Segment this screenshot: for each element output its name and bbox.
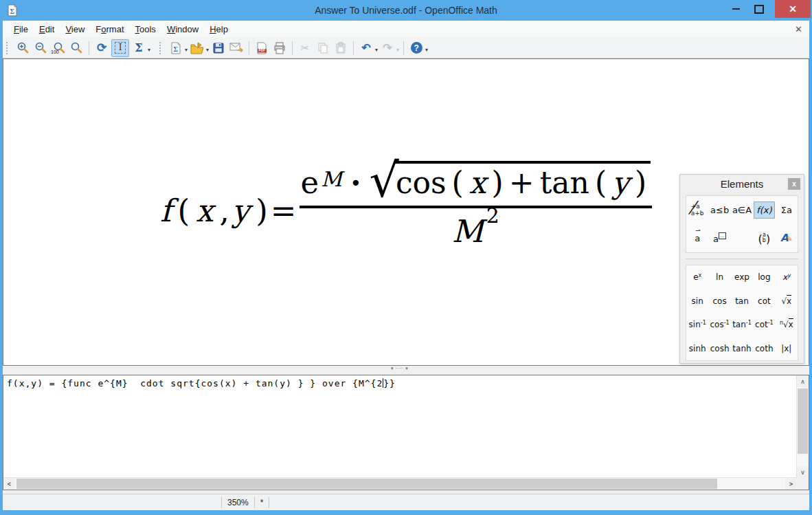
menu-item-tools[interactable]: Tools <box>130 21 161 38</box>
command-text-before-caret: f(x,y) = {func e^{M} cdot sqrt{cos(x) + … <box>7 378 383 388</box>
category-others[interactable]: a… <box>713 233 726 243</box>
category-attributes[interactable]: ⇀ a <box>695 234 700 243</box>
menu-item-edit[interactable]: Edit <box>34 21 60 38</box>
formula-view[interactable]: f(x,y)= eM · √ cos(x)+tan(y) M2 Elements… <box>3 58 809 366</box>
print-button[interactable] <box>271 40 288 56</box>
zoom-out-icon <box>34 41 47 54</box>
function-arccos[interactable]: cos-1 <box>710 320 730 329</box>
zoom-button[interactable] <box>68 40 84 56</box>
formula-cursor-button[interactable]: I <box>111 39 129 57</box>
zoom-100-button[interactable]: 100 <box>50 40 67 56</box>
new-document-icon: Σ <box>170 42 182 54</box>
toolbar-overflow-button[interactable]: ▾ <box>425 47 428 53</box>
category-unary-binary-operators[interactable]: ╱ +a a+b <box>691 204 704 217</box>
minimize-icon <box>732 8 740 10</box>
status-separator <box>269 497 269 508</box>
update-view-button[interactable]: ⟳ <box>93 40 110 56</box>
maximize-button[interactable] <box>749 0 769 18</box>
scroll-down-button[interactable]: ∨ <box>797 466 809 478</box>
function-sqrt[interactable]: √x <box>781 296 791 306</box>
function-abs[interactable]: |x| <box>781 344 791 353</box>
toolbar-separator <box>403 41 404 55</box>
new-document-dropdown[interactable]: ▾ <box>185 47 188 53</box>
elements-close-button[interactable]: x <box>788 178 800 190</box>
category-formats[interactable]: A✎ <box>780 233 793 243</box>
export-pdf-button[interactable]: PDF <box>253 40 270 56</box>
speech-bubble-icon: … <box>719 232 726 239</box>
splitter-handle[interactable]: ▾ ····· ▾ <box>391 366 408 371</box>
close-button[interactable]: ✕ <box>775 0 811 18</box>
category-operators[interactable]: Σa <box>781 206 792 215</box>
minimize-button[interactable] <box>725 0 746 18</box>
function-sinh[interactable]: sinh <box>689 344 706 353</box>
sigma-icon: Σ <box>135 41 142 54</box>
function-tanh[interactable]: tanh <box>732 344 751 353</box>
function-coth[interactable]: coth <box>755 344 773 353</box>
horizontal-scrollbar-thumb[interactable] <box>16 479 717 489</box>
help-button[interactable]: ? <box>408 40 425 56</box>
function-arcsin[interactable]: sin-1 <box>689 320 706 329</box>
function-nroot[interactable]: n√x <box>780 320 793 329</box>
function-e-x[interactable]: ex <box>693 272 701 282</box>
toolbar-grip[interactable] <box>6 42 10 54</box>
paste-button <box>332 40 349 56</box>
undo-dropdown[interactable]: ▾ <box>375 47 378 53</box>
scrollbar-corner <box>797 478 809 490</box>
new-document-button[interactable]: Σ <box>168 40 184 56</box>
function-cosh[interactable]: cosh <box>710 344 730 353</box>
scroll-right-button[interactable]: > <box>785 478 797 490</box>
category-relations[interactable]: a≤b <box>710 206 729 215</box>
category-brackets[interactable]: (ab) <box>758 232 771 245</box>
menu-item-window[interactable]: Window <box>161 21 204 38</box>
undo-icon: ↶ <box>361 41 370 54</box>
window-title: Answer To Universe.odf - OpenOffice Math <box>0 0 812 21</box>
save-button[interactable] <box>210 40 227 56</box>
scroll-up-button[interactable]: ∧ <box>797 375 809 387</box>
menu-bar: FileEditViewFormatToolsWindowHelp ✕ <box>3 21 809 38</box>
toolbar-overflow-button[interactable]: ▾ <box>148 47 150 53</box>
function-exp[interactable]: exp <box>734 272 749 282</box>
function-tan[interactable]: tan <box>735 296 749 306</box>
vertical-scrollbar-thumb[interactable] <box>798 388 808 454</box>
redo-icon: ↷ <box>383 41 392 54</box>
zoom-in-button[interactable] <box>14 40 31 56</box>
menu-item-format[interactable]: Format <box>90 21 129 38</box>
category-functions[interactable]: f(x) <box>754 201 774 219</box>
symbols-catalog-button[interactable]: Σ <box>131 40 147 56</box>
function-log[interactable]: log <box>758 272 770 282</box>
category-set-operations[interactable]: a∈A <box>732 206 752 215</box>
function-sin[interactable]: sin <box>692 296 703 306</box>
menu-item-help[interactable]: Help <box>204 21 234 38</box>
menu-item-view[interactable]: View <box>60 21 90 38</box>
undo-button[interactable]: ↶ <box>358 40 374 56</box>
elements-separator <box>686 259 798 259</box>
set-operations-icon: a∈A <box>732 205 752 215</box>
close-document-icon[interactable]: ✕ <box>795 21 802 38</box>
command-input[interactable]: f(x,y) = {func e^{M} cdot sqrt{cos(x) + … <box>3 375 797 478</box>
horizontal-scrollbar[interactable]: < > <box>3 477 797 490</box>
function-cot[interactable]: cot <box>758 296 771 306</box>
function-x-y[interactable]: xy <box>782 272 791 282</box>
zoom-out-button[interactable] <box>32 40 49 56</box>
menu-item-file[interactable]: File <box>8 21 34 38</box>
function-arccot[interactable]: cot-1 <box>755 320 774 329</box>
splitter[interactable]: ▾ ····· ▾ <box>3 366 809 375</box>
function-ln[interactable]: ln <box>716 272 723 282</box>
chevron-right-icon: > <box>789 481 793 487</box>
zoom-100-icon: 100 <box>51 41 66 54</box>
modified-indicator: * <box>255 498 269 507</box>
scroll-left-button[interactable]: < <box>3 478 15 490</box>
open-button[interactable] <box>189 40 205 56</box>
open-dropdown[interactable]: ▾ <box>206 47 209 53</box>
function-arctan[interactable]: tan-1 <box>732 320 752 329</box>
toolbar-grip[interactable] <box>159 42 163 54</box>
zoom-level[interactable]: 350% <box>222 498 254 507</box>
function-cos[interactable]: cos <box>712 296 726 306</box>
command-text-after-caret: }} <box>383 378 396 388</box>
pencil-icon: ✎ <box>786 234 792 243</box>
unary-binary-icon: ╱ +a a+b <box>691 204 704 217</box>
functions-grid: exlnexplogxysincostancot√xsin-1cos-1tan-… <box>686 265 798 361</box>
email-button[interactable] <box>228 40 245 56</box>
vertical-scrollbar[interactable]: ∧ ∨ <box>796 375 809 478</box>
functions-icon: f(x) <box>756 205 771 215</box>
